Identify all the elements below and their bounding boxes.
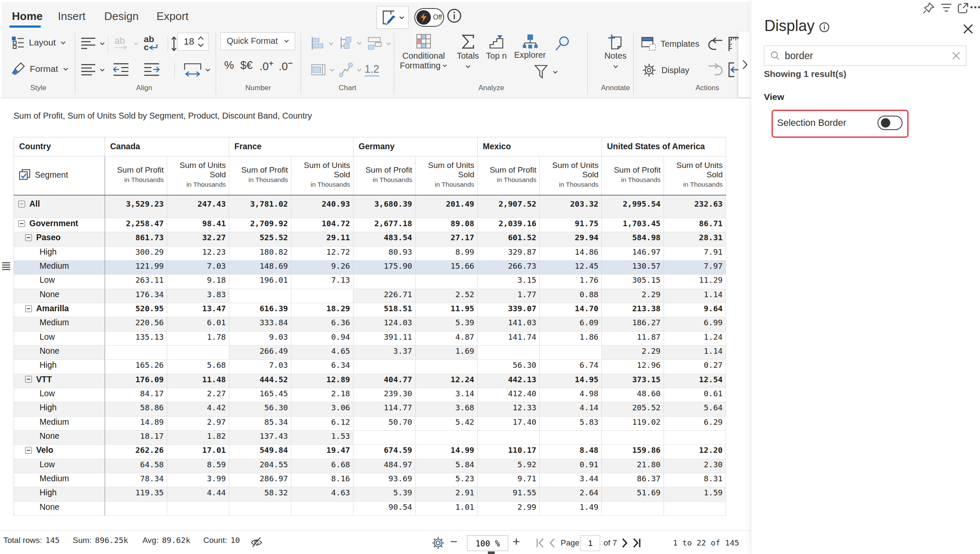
data-cell[interactable] (105, 346, 167, 360)
measure-header-profit[interactable]: Sum of Profit in Thousands (478, 156, 540, 195)
country-group-header[interactable]: United States of America (602, 137, 726, 156)
chart-links-button[interactable] (339, 36, 362, 50)
data-cell[interactable] (353, 431, 416, 445)
data-cell[interactable]: 1.49 (540, 502, 602, 516)
data-cell[interactable]: 1.14 (664, 346, 726, 360)
filter-button[interactable] (534, 65, 558, 79)
data-cell[interactable]: 58.32 (229, 487, 291, 501)
row-label[interactable]: High (14, 247, 105, 261)
data-cell[interactable]: 266.73 (478, 261, 540, 275)
data-cell[interactable]: 9.18 (167, 275, 229, 289)
data-cell[interactable]: 165.45 (229, 388, 291, 402)
data-cell[interactable]: 12.96 (602, 360, 664, 374)
data-cell[interactable]: 1.78 (167, 332, 229, 346)
clear-search-icon[interactable] (952, 51, 961, 60)
data-cell[interactable]: 12.54 (664, 374, 726, 388)
data-cell[interactable] (353, 275, 416, 289)
data-cell[interactable]: 2,677.18 (353, 218, 416, 232)
collapse-toggle-icon[interactable] (25, 234, 32, 241)
data-cell[interactable]: 90.54 (353, 502, 416, 516)
data-cell[interactable]: 8.59 (167, 459, 229, 473)
row-label[interactable]: Government (14, 218, 105, 232)
data-cell[interactable]: 1.76 (540, 275, 602, 289)
next-page-button[interactable] (621, 537, 629, 548)
ruler-button[interactable] (728, 37, 739, 52)
increase-decimal-button[interactable]: .0+ (259, 59, 273, 73)
table-row[interactable]: High58.864.4256.303.06114.773.6812.334.1… (14, 402, 726, 416)
data-cell[interactable]: 373.15 (602, 374, 664, 388)
data-cell[interactable]: 6.12 (291, 417, 353, 431)
data-cell[interactable]: 674.59 (353, 445, 416, 459)
data-cell[interactable] (664, 502, 726, 516)
data-cell[interactable]: 89.08 (416, 218, 478, 232)
row-label[interactable]: Low (14, 388, 105, 402)
popout-panel-button[interactable] (957, 2, 969, 14)
row-drag-handle-icon[interactable] (2, 262, 10, 270)
data-cell[interactable]: 11.95 (416, 303, 478, 317)
data-cell[interactable]: 5.23 (416, 473, 478, 487)
data-cell[interactable]: 203.32 (540, 196, 602, 218)
search-data-button[interactable] (555, 36, 571, 52)
table-row[interactable]: Amarilla520.9513.47616.3918.29518.5111.9… (14, 303, 726, 317)
row-label[interactable]: Low (14, 459, 105, 473)
data-cell[interactable] (416, 360, 478, 374)
data-cell[interactable]: 64.58 (105, 459, 167, 473)
data-cell[interactable]: 14.95 (540, 374, 602, 388)
table-row[interactable]: Medium220.566.01333.846.36124.035.39141.… (14, 317, 726, 331)
data-cell[interactable]: 2,907.52 (478, 196, 540, 218)
data-cell[interactable]: 5.39 (416, 317, 478, 331)
row-label[interactable]: None (14, 289, 105, 303)
data-cell[interactable]: 239.30 (353, 388, 416, 402)
last-page-button[interactable] (632, 537, 641, 548)
row-label[interactable]: None (14, 346, 105, 360)
data-cell[interactable]: 17.40 (478, 417, 540, 431)
data-cell[interactable]: 3,781.02 (229, 196, 291, 218)
data-cell[interactable]: 861.73 (105, 232, 167, 246)
data-cell[interactable]: 119.35 (105, 487, 167, 501)
data-cell[interactable]: 51.69 (602, 487, 664, 501)
data-cell[interactable]: 549.84 (229, 445, 291, 459)
data-cell[interactable]: 91.75 (540, 218, 602, 232)
table-row[interactable]: None18.171.82137.431.53 (14, 431, 726, 445)
measure-header-units[interactable]: Sum of Units Sold in Thousands (416, 156, 478, 195)
data-cell[interactable]: 180.82 (229, 247, 291, 261)
data-cell[interactable]: 2.97 (167, 417, 229, 431)
data-cell[interactable]: 2,709.92 (229, 218, 291, 232)
data-cell[interactable]: 220.56 (105, 317, 167, 331)
data-cell[interactable]: 2.52 (416, 289, 478, 303)
collapse-toggle-icon[interactable] (25, 447, 32, 454)
panel-info-icon[interactable] (819, 22, 829, 32)
data-cell[interactable]: 5.39 (353, 487, 416, 501)
table-row[interactable]: Medium121.997.03148.699.26175.9015.66266… (14, 261, 726, 275)
data-cell[interactable]: 2.64 (540, 487, 602, 501)
row-label[interactable]: Medium (14, 317, 105, 331)
data-cell[interactable]: 1,703.45 (602, 218, 664, 232)
data-cell[interactable]: 5.42 (416, 417, 478, 431)
data-cell[interactable]: 226.71 (353, 289, 416, 303)
data-cell[interactable]: 444.52 (229, 374, 291, 388)
data-cell[interactable]: 4.65 (291, 346, 353, 360)
data-cell[interactable]: 80.93 (353, 247, 416, 261)
close-panel-button[interactable] (963, 23, 974, 34)
segment-header[interactable]: Segment (14, 156, 105, 195)
data-cell[interactable]: 3,680.39 (353, 196, 416, 218)
data-cell[interactable]: 247.43 (167, 196, 229, 218)
data-cell[interactable]: 86.71 (664, 218, 726, 232)
table-row[interactable]: None266.494.653.371.692.291.14 (14, 346, 726, 360)
text-overflow-button[interactable]: ab (114, 37, 139, 50)
zoom-in-button[interactable]: + (513, 534, 520, 549)
data-cell[interactable]: 121.99 (105, 261, 167, 275)
row-label[interactable]: Medium (14, 261, 105, 275)
data-cell[interactable] (291, 289, 353, 303)
data-cell[interactable]: 84.17 (105, 388, 167, 402)
data-cell[interactable]: 1.01 (416, 502, 478, 516)
table-row[interactable]: Medium14.892.9785.346.1250.705.4217.405.… (14, 417, 726, 431)
data-cell[interactable]: 0.94 (291, 332, 353, 346)
data-cell[interactable]: 2.18 (291, 388, 353, 402)
data-cell[interactable]: 9.71 (478, 473, 540, 487)
data-cell[interactable]: 4.44 (167, 487, 229, 501)
data-cell[interactable]: 32.27 (167, 232, 229, 246)
measure-header-units[interactable]: Sum of Units Sold in Thousands (291, 156, 353, 195)
data-cell[interactable]: 2,039.16 (478, 218, 540, 232)
data-cell[interactable]: 14.86 (540, 247, 602, 261)
